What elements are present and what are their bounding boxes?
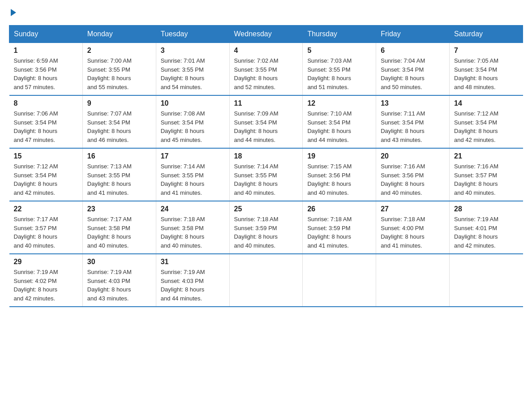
day-info: Sunrise: 7:08 AM Sunset: 3:54 PM Dayligh… <box>161 109 225 144</box>
day-cell: 29 Sunrise: 7:19 AM Sunset: 4:02 PM Dayl… <box>9 254 83 307</box>
day-number: 28 <box>454 205 518 213</box>
week-row-1: 1 Sunrise: 6:59 AM Sunset: 3:56 PM Dayli… <box>9 43 523 96</box>
day-cell: 26 Sunrise: 7:18 AM Sunset: 3:59 PM Dayl… <box>303 201 376 254</box>
day-cell: 15 Sunrise: 7:12 AM Sunset: 3:54 PM Dayl… <box>9 148 83 201</box>
day-number: 12 <box>307 99 371 107</box>
day-cell: 20 Sunrise: 7:16 AM Sunset: 3:56 PM Dayl… <box>376 148 450 201</box>
day-cell: 30 Sunrise: 7:19 AM Sunset: 4:03 PM Dayl… <box>82 254 156 307</box>
day-cell: 27 Sunrise: 7:18 AM Sunset: 4:00 PM Dayl… <box>376 201 450 254</box>
header-saturday: Saturday <box>450 26 523 43</box>
day-number: 23 <box>87 205 151 213</box>
day-info: Sunrise: 7:16 AM Sunset: 3:57 PM Dayligh… <box>454 162 518 197</box>
day-info: Sunrise: 7:15 AM Sunset: 3:56 PM Dayligh… <box>307 162 371 197</box>
day-cell: 6 Sunrise: 7:04 AM Sunset: 3:54 PM Dayli… <box>376 43 450 96</box>
day-number: 4 <box>234 47 298 55</box>
day-number: 2 <box>87 47 151 55</box>
day-info: Sunrise: 7:12 AM Sunset: 3:54 PM Dayligh… <box>454 109 518 144</box>
day-cell <box>450 254 523 307</box>
day-number: 21 <box>454 152 518 160</box>
day-cell: 17 Sunrise: 7:14 AM Sunset: 3:55 PM Dayl… <box>156 148 229 201</box>
day-info: Sunrise: 7:00 AM Sunset: 3:55 PM Dayligh… <box>87 56 151 91</box>
day-info: Sunrise: 7:03 AM Sunset: 3:55 PM Dayligh… <box>307 56 371 91</box>
day-cell <box>229 254 303 307</box>
day-info: Sunrise: 7:14 AM Sunset: 3:55 PM Dayligh… <box>234 162 298 197</box>
day-info: Sunrise: 7:18 AM Sunset: 3:59 PM Dayligh… <box>307 215 371 250</box>
day-cell: 4 Sunrise: 7:02 AM Sunset: 3:55 PM Dayli… <box>229 43 303 96</box>
day-number: 18 <box>234 152 298 160</box>
day-number: 31 <box>161 258 225 266</box>
day-number: 30 <box>87 258 151 266</box>
week-row-3: 15 Sunrise: 7:12 AM Sunset: 3:54 PM Dayl… <box>9 148 523 201</box>
day-cell: 7 Sunrise: 7:05 AM Sunset: 3:54 PM Dayli… <box>450 43 523 96</box>
day-cell: 28 Sunrise: 7:19 AM Sunset: 4:01 PM Dayl… <box>450 201 523 254</box>
header-sunday: Sunday <box>9 26 83 43</box>
day-cell: 1 Sunrise: 6:59 AM Sunset: 3:56 PM Dayli… <box>9 43 83 96</box>
day-number: 27 <box>381 205 445 213</box>
week-row-5: 29 Sunrise: 7:19 AM Sunset: 4:02 PM Dayl… <box>9 254 523 307</box>
day-info: Sunrise: 7:09 AM Sunset: 3:54 PM Dayligh… <box>234 109 298 144</box>
logo-blue-text <box>9 9 16 16</box>
day-cell: 25 Sunrise: 7:18 AM Sunset: 3:59 PM Dayl… <box>229 201 303 254</box>
day-number: 20 <box>381 152 445 160</box>
day-number: 7 <box>454 47 518 55</box>
day-info: Sunrise: 7:19 AM Sunset: 4:03 PM Dayligh… <box>161 268 225 303</box>
day-info: Sunrise: 7:18 AM Sunset: 3:58 PM Dayligh… <box>161 215 225 250</box>
day-info: Sunrise: 7:05 AM Sunset: 3:54 PM Dayligh… <box>454 56 518 91</box>
day-number: 13 <box>381 99 445 107</box>
day-info: Sunrise: 7:19 AM Sunset: 4:02 PM Dayligh… <box>14 268 78 303</box>
day-number: 24 <box>161 205 225 213</box>
day-number: 10 <box>161 99 225 107</box>
logo-arrow-icon <box>11 9 16 16</box>
day-cell: 18 Sunrise: 7:14 AM Sunset: 3:55 PM Dayl… <box>229 148 303 201</box>
day-number: 11 <box>234 99 298 107</box>
week-row-4: 22 Sunrise: 7:17 AM Sunset: 3:57 PM Dayl… <box>9 201 523 254</box>
page-header <box>9 9 523 16</box>
day-cell: 19 Sunrise: 7:15 AM Sunset: 3:56 PM Dayl… <box>303 148 376 201</box>
day-info: Sunrise: 7:17 AM Sunset: 3:58 PM Dayligh… <box>87 215 151 250</box>
day-info: Sunrise: 6:59 AM Sunset: 3:56 PM Dayligh… <box>14 56 78 91</box>
day-number: 25 <box>234 205 298 213</box>
day-info: Sunrise: 7:19 AM Sunset: 4:01 PM Dayligh… <box>454 215 518 250</box>
week-row-2: 8 Sunrise: 7:06 AM Sunset: 3:54 PM Dayli… <box>9 95 523 148</box>
day-number: 16 <box>87 152 151 160</box>
day-cell: 10 Sunrise: 7:08 AM Sunset: 3:54 PM Dayl… <box>156 95 229 148</box>
day-number: 29 <box>14 258 78 266</box>
day-cell: 16 Sunrise: 7:13 AM Sunset: 3:55 PM Dayl… <box>82 148 156 201</box>
day-cell: 31 Sunrise: 7:19 AM Sunset: 4:03 PM Dayl… <box>156 254 229 307</box>
day-info: Sunrise: 7:18 AM Sunset: 3:59 PM Dayligh… <box>234 215 298 250</box>
day-cell: 12 Sunrise: 7:10 AM Sunset: 3:54 PM Dayl… <box>303 95 376 148</box>
day-info: Sunrise: 7:10 AM Sunset: 3:54 PM Dayligh… <box>307 109 371 144</box>
day-info: Sunrise: 7:01 AM Sunset: 3:55 PM Dayligh… <box>161 56 225 91</box>
day-info: Sunrise: 7:04 AM Sunset: 3:54 PM Dayligh… <box>381 56 445 91</box>
day-info: Sunrise: 7:19 AM Sunset: 4:03 PM Dayligh… <box>87 268 151 303</box>
day-cell: 14 Sunrise: 7:12 AM Sunset: 3:54 PM Dayl… <box>450 95 523 148</box>
day-cell: 5 Sunrise: 7:03 AM Sunset: 3:55 PM Dayli… <box>303 43 376 96</box>
day-info: Sunrise: 7:18 AM Sunset: 4:00 PM Dayligh… <box>381 215 445 250</box>
header-monday: Monday <box>82 26 156 43</box>
day-cell: 22 Sunrise: 7:17 AM Sunset: 3:57 PM Dayl… <box>9 201 83 254</box>
day-info: Sunrise: 7:11 AM Sunset: 3:54 PM Dayligh… <box>381 109 445 144</box>
day-info: Sunrise: 7:13 AM Sunset: 3:55 PM Dayligh… <box>87 162 151 197</box>
day-cell: 11 Sunrise: 7:09 AM Sunset: 3:54 PM Dayl… <box>229 95 303 148</box>
header-thursday: Thursday <box>303 26 376 43</box>
day-info: Sunrise: 7:17 AM Sunset: 3:57 PM Dayligh… <box>14 215 78 250</box>
day-info: Sunrise: 7:12 AM Sunset: 3:54 PM Dayligh… <box>14 162 78 197</box>
day-number: 9 <box>87 99 151 107</box>
day-cell: 3 Sunrise: 7:01 AM Sunset: 3:55 PM Dayli… <box>156 43 229 96</box>
calendar-header-row: SundayMondayTuesdayWednesdayThursdayFrid… <box>9 26 523 43</box>
day-cell: 23 Sunrise: 7:17 AM Sunset: 3:58 PM Dayl… <box>82 201 156 254</box>
day-number: 5 <box>307 47 371 55</box>
day-number: 6 <box>381 47 445 55</box>
day-cell: 2 Sunrise: 7:00 AM Sunset: 3:55 PM Dayli… <box>82 43 156 96</box>
day-number: 15 <box>14 152 78 160</box>
day-cell: 8 Sunrise: 7:06 AM Sunset: 3:54 PM Dayli… <box>9 95 83 148</box>
day-number: 19 <box>307 152 371 160</box>
day-number: 14 <box>454 99 518 107</box>
day-info: Sunrise: 7:06 AM Sunset: 3:54 PM Dayligh… <box>14 109 78 144</box>
day-info: Sunrise: 7:16 AM Sunset: 3:56 PM Dayligh… <box>381 162 445 197</box>
logo <box>9 9 16 16</box>
header-tuesday: Tuesday <box>156 26 229 43</box>
day-info: Sunrise: 7:14 AM Sunset: 3:55 PM Dayligh… <box>161 162 225 197</box>
day-number: 26 <box>307 205 371 213</box>
day-number: 22 <box>14 205 78 213</box>
